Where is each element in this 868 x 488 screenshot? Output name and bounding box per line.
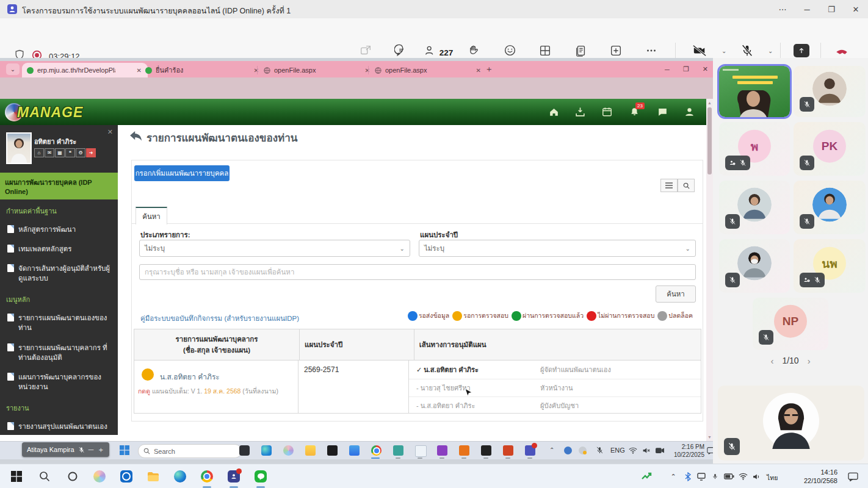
store-icon[interactable] <box>349 445 360 456</box>
copilot-ring-icon[interactable] <box>65 468 81 484</box>
sidebar-item-current[interactable]: รายการแผนพัฒนาตนเองของท่าน <box>0 308 118 337</box>
chat-mini-icon[interactable]: ❝ <box>65 148 75 157</box>
powerpoint-icon[interactable] <box>503 445 513 456</box>
grid-mini-icon[interactable]: ▦ <box>55 148 65 157</box>
expand-share-icon[interactable]: ＋ <box>97 445 104 455</box>
participant-tile-presenter[interactable] <box>719 66 790 117</box>
window-close-icon[interactable]: ✕ <box>844 0 868 18</box>
participant-tile[interactable]: พ ! <box>719 122 790 176</box>
scrollbar-thumb[interactable] <box>707 107 712 174</box>
notifications-bell-icon[interactable]: 23 <box>629 106 640 118</box>
owner-search-input[interactable] <box>139 264 696 280</box>
browser-maximize-icon[interactable]: ❐ <box>683 65 689 73</box>
chrome-icon[interactable] <box>199 468 215 484</box>
view-plan-link[interactable]: กดดู <box>138 387 150 395</box>
browser-tab[interactable]: openFile.aspx ✕ <box>370 63 487 77</box>
teams-icon[interactable] <box>226 468 242 484</box>
dropbox-icon[interactable] <box>327 445 338 456</box>
sidebar-item[interactable]: แผนการพัฒนาบุคลากรของหน่วยงาน <box>0 367 118 396</box>
taskbar-app-icon[interactable] <box>481 445 491 456</box>
line-icon[interactable] <box>253 468 269 484</box>
scroll-up-icon[interactable]: ▲ <box>707 101 712 105</box>
notes-app-icon[interactable] <box>415 445 427 457</box>
account-icon[interactable] <box>684 106 695 118</box>
home-mini-icon[interactable]: ⌂ <box>34 148 44 157</box>
pager-prev-icon[interactable]: ‹ <box>770 356 773 366</box>
settings-mini-icon[interactable]: ⚙ <box>76 148 85 157</box>
mic-options-chevron-icon[interactable]: ⌄ <box>768 48 773 54</box>
system-clock[interactable]: 14:1622/10/2568 <box>794 468 837 486</box>
type-select[interactable]: ไม่ระบุ⌄ <box>139 240 410 257</box>
copilot-icon[interactable] <box>283 445 294 456</box>
taskbar-search-box[interactable]: Search <box>138 444 242 458</box>
erp-logo[interactable]: MANAGE <box>5 101 83 123</box>
sidebar-item[interactable]: เทมเพลตหลักสูตร <box>0 239 118 259</box>
wifi-icon[interactable] <box>629 447 637 454</box>
table-row[interactable]: น.ส.อทิตยา คำภิระ กดดู แผนฉบับเต็ม: V 1.… <box>134 361 701 413</box>
speaker-icon[interactable] <box>751 468 762 484</box>
sidebar-item[interactable]: จัดการเส้นทางผู้อนุมัติสำหรับผู้ดูแลระบบ <box>0 259 118 288</box>
year-select[interactable]: ไม่ระบุ⌄ <box>419 240 696 257</box>
sidebar-close-icon[interactable]: ✕ <box>107 128 113 136</box>
camera-options-chevron-icon[interactable]: ⌄ <box>722 48 726 54</box>
tray-clock[interactable]: 2:16 PM10/22/2025 <box>669 443 704 459</box>
tab-close-icon[interactable]: ✕ <box>475 67 482 74</box>
copilot-icon[interactable] <box>92 468 107 484</box>
sidebar-item[interactable]: รายงานสรุปแผนพัฒนาตนเอง <box>0 417 118 435</box>
screenshare-control-pill[interactable]: Atitaya Kampira ─ ＋ <box>22 442 109 457</box>
search-view-toggle[interactable] <box>678 179 695 192</box>
sidebar-item[interactable]: หลักสูตรการพัฒนา <box>0 220 118 239</box>
tray-mic-icon[interactable] <box>709 468 720 484</box>
pager-next-icon[interactable]: › <box>808 356 811 366</box>
add-plan-button[interactable]: กรอก/เพิ่มแผนพัฒนารายบุคคล <box>134 165 230 181</box>
search-icon[interactable] <box>37 468 52 484</box>
wifi-icon[interactable] <box>737 468 748 484</box>
browser-close-icon[interactable]: ✕ <box>703 65 708 73</box>
sidebar-item[interactable]: รายการแผนพัฒนาบุคลากร ที่ท่านต้องอนุมัติ <box>0 338 118 367</box>
tray-camera-icon[interactable] <box>656 447 664 454</box>
participant-tile[interactable]: PK <box>794 122 866 176</box>
minimize-share-icon[interactable]: ─ <box>89 445 94 454</box>
speaker-muted-icon[interactable] <box>642 447 650 454</box>
calendar-icon[interactable] <box>601 106 613 118</box>
participant-tile[interactable]: NP <box>753 298 828 350</box>
window-maximize-icon[interactable]: ❐ <box>819 0 844 18</box>
chrome-icon[interactable] <box>371 445 382 456</box>
edge-icon[interactable] <box>261 445 272 456</box>
back-arrow-icon[interactable] <box>129 131 143 142</box>
edge-icon[interactable] <box>172 468 188 484</box>
tab-search[interactable]: ค้นหา <box>136 207 167 224</box>
browser-tab[interactable]: ยื่นคำร้อง ✕ <box>140 63 265 77</box>
sidebar-module-header[interactable]: แผนการพัฒนารายบุคคล (IDP Online) <box>0 173 118 199</box>
start-button-icon[interactable] <box>9 468 24 484</box>
tray-chevron-icon[interactable]: ⌃ <box>549 447 554 453</box>
teams-app-icon[interactable] <box>525 445 535 456</box>
file-explorer-icon[interactable] <box>305 445 316 456</box>
participant-tile[interactable] <box>719 239 790 293</box>
taskbar-app-icon[interactable] <box>459 445 469 456</box>
search-button[interactable]: ค้นหา <box>656 285 696 303</box>
plan-owner[interactable]: น.ส.อทิตยา คำภิระ <box>160 371 220 382</box>
mail-mini-icon[interactable]: ✉ <box>45 148 54 157</box>
notification-center-icon[interactable] <box>845 468 861 484</box>
input-language[interactable]: ENG <box>610 447 625 454</box>
list-view-toggle[interactable] <box>660 179 678 192</box>
tray-mic-off-icon[interactable] <box>596 446 604 454</box>
self-video-tile[interactable] <box>718 386 864 461</box>
new-tab-icon[interactable]: ＋ <box>485 64 493 75</box>
browser-tab[interactable]: openFile.aspx ✕ <box>259 63 376 77</box>
participant-tile[interactable] <box>794 66 866 117</box>
taskbar-app-icon[interactable] <box>437 445 447 456</box>
taskview-icon[interactable] <box>239 445 250 456</box>
tab-search-chevron-icon[interactable]: ⌄ <box>6 63 20 75</box>
logout-mini-icon[interactable]: ➜ <box>86 148 96 157</box>
participant-tile[interactable]: นพ ? <box>794 239 866 293</box>
window-minimize-icon[interactable]: ─ <box>795 0 819 18</box>
tray-chevron-icon[interactable]: ⌃ <box>668 468 679 484</box>
participant-tile[interactable] <box>794 181 866 234</box>
messages-icon[interactable] <box>657 106 668 118</box>
battery-icon[interactable] <box>723 468 735 484</box>
window-more-icon[interactable]: ⋯ <box>770 0 795 18</box>
browser-tab-active[interactable]: erp.mju.ac.th/hrDevelopPlanPe ✕ <box>22 63 148 77</box>
taskbar-app-icon[interactable] <box>393 445 403 456</box>
